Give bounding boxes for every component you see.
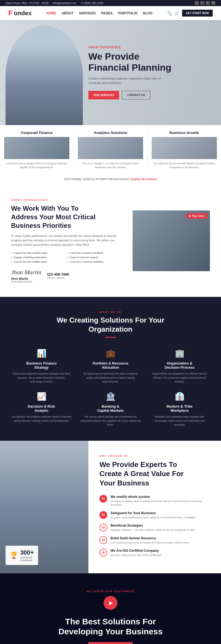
about-feature-3: Support customer support <box>67 256 122 259</box>
why-item-num-3: 04 <box>99 536 107 544</box>
nav-portfolio-link[interactable]: PORTFOLIO <box>118 11 138 15</box>
about-video-box: ▶ Play Video <box>133 210 210 271</box>
get-start-button[interactable]: GET START NOW <box>182 10 213 17</box>
service-card-2: Business Growth To implement future-orie… <box>148 125 221 173</box>
why-item-text-3: Build Solid Human Resource Give employee… <box>110 536 190 545</box>
service-card-text-1: We are in charge of, is in lieu of a con… <box>78 162 143 169</box>
logo-text: ondex <box>14 10 32 17</box>
nav-pages-link[interactable]: PAGES <box>101 11 112 15</box>
nav-home-link[interactable]: HOME <box>46 11 56 15</box>
nav-portfolio[interactable]: PORTFOLIO <box>118 11 138 15</box>
youtube-icon[interactable]: y <box>206 1 210 5</box>
why-item-text-0: We modify whole system Focusing on addin… <box>110 495 210 507</box>
nav-about[interactable]: ABOUT <box>62 11 73 15</box>
why-stat-number: 300+ <box>20 549 34 556</box>
solution-text-3: Our decision risk analytics empower clie… <box>11 415 72 423</box>
solution-text-5: Redefine your workplace value equation t… <box>149 415 210 427</box>
play-icon: ▶ <box>189 215 191 217</box>
contact-us-button[interactable]: CONTACT US <box>122 91 150 99</box>
play-triangle-icon: ▶ <box>109 600 113 606</box>
solution-item-2: 🏢 Organization &Decision Process Organiz… <box>149 349 210 384</box>
our-services-button[interactable]: OUR SERVICES <box>88 91 119 99</box>
solution-title-2: Organization &Decision Process <box>149 361 210 369</box>
explore-bar: Don't hesitate, contact us for better he… <box>0 173 221 185</box>
why-item-1: 02 Safeguard for Your Business To guard.… <box>99 511 210 520</box>
why-item-4: 05 We Are ISO Certified Company We have … <box>99 549 210 557</box>
cart-icon[interactable]: 🛒 <box>175 11 179 15</box>
linkedin-icon[interactable]: in <box>212 1 215 5</box>
phone-block: 123-456-7890 Call for inquiries <box>47 272 69 279</box>
solution-text-0: Devise and implement business strategies… <box>11 372 72 384</box>
phone-text: +1 (800) 200-1234 <box>80 2 103 5</box>
nav-about-link[interactable]: ABOUT <box>62 11 73 15</box>
solution-title-0: Business FinanceStrategy <box>11 361 72 369</box>
nav-services[interactable]: SERVICES <box>79 11 96 15</box>
solution-icon-2: 🏢 <box>149 349 210 358</box>
why-item-0: 01 We modify whole system Focusing on ad… <box>99 495 210 507</box>
nav-links: HOME ABOUT SERVICES PAGES PORTFOLIO BLOG <box>46 11 152 15</box>
why-item-num-2: 03 <box>99 524 107 531</box>
solution-item-0: 📊 Business FinanceStrategy Devise and im… <box>11 349 72 384</box>
why-item-text-1: Safeguard for Your Business To guard. Av… <box>110 511 196 520</box>
about-feature-4: Acquire bis shar avallata sales <box>11 260 65 263</box>
signature-image: Jhon Martin <box>11 269 41 276</box>
view-more-services-button[interactable]: VIEW MORE SERVICES <box>88 642 133 644</box>
video-title: The Best Solutions ForDeveloping Your Bu… <box>11 617 210 637</box>
play-video-button[interactable]: ▶ Play Video <box>186 213 207 219</box>
nav-home[interactable]: HOME <box>46 11 56 15</box>
service-card-text-2: To implement future-oriented logistics s… <box>152 162 217 169</box>
why-item-title-1: Safeguard for Your Business <box>110 511 196 515</box>
about-text: To obtain higher performance: Our leader… <box>11 234 122 247</box>
hours-text: Open Hours: Mon - Fri 9:00 - 18:00 <box>6 2 49 5</box>
solution-item-3: 📈 Decision & RiskAnalytic Our decision r… <box>11 392 72 427</box>
solution-title-4: Banking &Capital Markets <box>80 404 141 413</box>
about-feature-2: Engage marketing automation <box>11 256 65 259</box>
nav-pages[interactable]: PAGES <box>101 11 112 15</box>
about-title: We Work With You ToAddress Your Most Cri… <box>11 204 122 230</box>
video-section: WE SERVE OUR CUSTOMERS ▶ The Best Soluti… <box>0 573 221 644</box>
why-tag: WHY CHOOSE US <box>99 455 210 457</box>
service-card-img-1 <box>78 137 143 159</box>
about-features: Acquire bis shar avallata sales Learn fr… <box>11 252 122 263</box>
about-section: ABOUT CONSULTANCY We Work With You ToAdd… <box>0 185 221 297</box>
video-play-button[interactable]: ▶ <box>104 596 117 610</box>
why-item-text-2: Beneficial Strategies Strategic initiati… <box>110 524 195 532</box>
solution-title-1: Portfolio & ResourceAllocation <box>80 361 141 369</box>
hero-subtitle: Create a refreshing customer experience … <box>88 76 166 85</box>
search-icon[interactable]: 🔍 <box>167 11 172 15</box>
why-item-desc-3: Give employees generous innovation by fo… <box>110 541 190 545</box>
solutions-title: We Creating Solutions For YourOrganizati… <box>11 316 210 334</box>
service-card-img-0 <box>4 137 69 159</box>
solution-title-3: Decision & RiskAnalytic <box>11 404 72 413</box>
service-card-title-1: Analytics Solutions <box>78 131 143 135</box>
hero-section: GREAT EXPERIENCE We ProvideFinancial Pla… <box>0 20 221 125</box>
solution-text-1: By balancing and optimizing the many com… <box>80 372 141 384</box>
service-card-1: Analytics Solutions We are in charge of,… <box>74 125 148 173</box>
solutions-tag: WHAT WE DO <box>11 311 210 313</box>
why-stat-overlay: 🏆 300+ SuccessfulCustomers <box>6 546 38 565</box>
why-items: 01 We modify whole system Focusing on ad… <box>99 495 210 557</box>
solutions-grid: 📊 Business FinanceStrategy Devise and im… <box>11 349 210 427</box>
nav-services-link[interactable]: SERVICES <box>79 11 96 15</box>
solutions-divider <box>105 337 116 338</box>
why-item-title-0: We modify whole system <box>110 495 210 499</box>
logo[interactable]: F ondex <box>8 9 32 17</box>
why-item-num-0: 01 <box>99 495 107 503</box>
hero-content: GREAT EXPERIENCE We ProvideFinancial Pla… <box>83 40 177 105</box>
service-card-img-2 <box>152 137 217 159</box>
twitter-icon[interactable]: t <box>201 1 204 5</box>
facebook-icon[interactable]: f <box>195 1 199 5</box>
service-card-title-2: Business Growth <box>152 131 217 135</box>
why-item-desc-4: We have achieved ISO 9001:2015 certifica… <box>110 553 162 557</box>
nav-blog-link[interactable]: BLOG <box>143 11 153 15</box>
nav-actions: 🔍 🛒 GET START NOW <box>167 10 213 17</box>
signature-name: Jhon Martin <box>11 277 41 280</box>
explore-link[interactable]: Explore all services <box>131 178 157 181</box>
nav-blog[interactable]: BLOG <box>143 11 153 15</box>
hero-tag: GREAT EXPERIENCE <box>88 46 171 49</box>
why-item-text-4: We Are ISO Certified Company We have ach… <box>110 549 162 557</box>
solution-icon-0: 📊 <box>11 349 72 358</box>
why-item-num-4: 05 <box>99 549 107 556</box>
service-card-title-0: Corporate Finance <box>4 131 69 135</box>
phone-label: Call for inquiries <box>47 276 69 279</box>
